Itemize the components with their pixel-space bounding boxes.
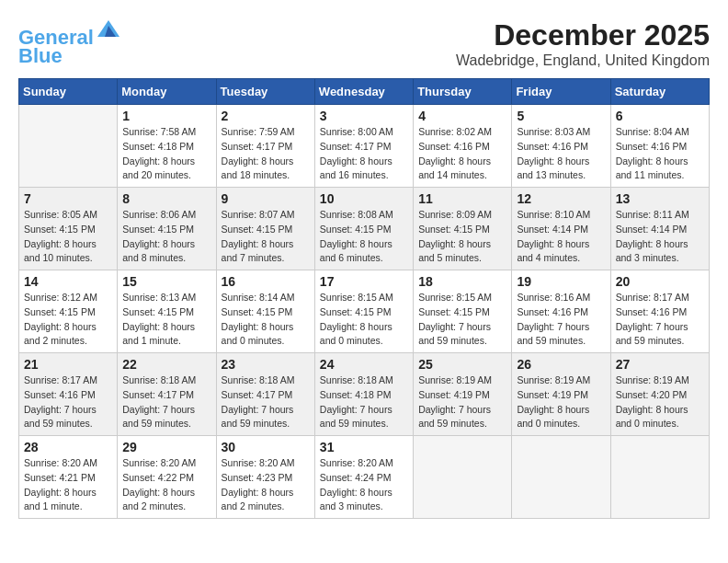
day-info: Sunrise: 8:16 AMSunset: 4:16 PMDaylight:…	[517, 291, 605, 349]
day-number: 28	[24, 440, 112, 454]
day-number: 18	[418, 274, 506, 289]
calendar-cell: 11Sunrise: 8:09 AMSunset: 4:15 PMDayligh…	[414, 188, 512, 270]
logo-icon	[96, 18, 121, 44]
calendar-cell: 21Sunrise: 8:17 AMSunset: 4:16 PMDayligh…	[19, 353, 118, 436]
calendar-cell: 27Sunrise: 8:19 AMSunset: 4:20 PMDayligh…	[610, 353, 709, 436]
calendar-cell: 15Sunrise: 8:13 AMSunset: 4:15 PMDayligh…	[118, 270, 216, 353]
day-number: 19	[517, 274, 605, 289]
day-number: 30	[222, 440, 310, 454]
logo: General Blue	[18, 18, 121, 67]
calendar-cell: 1Sunrise: 7:58 AMSunset: 4:18 PMDaylight…	[118, 105, 216, 188]
day-info: Sunrise: 8:17 AMSunset: 4:16 PMDaylight:…	[616, 291, 704, 349]
day-info: Sunrise: 8:20 AMSunset: 4:21 PMDaylight:…	[24, 456, 112, 514]
week-row-2: 7Sunrise: 8:05 AMSunset: 4:15 PMDaylight…	[19, 188, 710, 270]
day-info: Sunrise: 8:12 AMSunset: 4:15 PMDaylight:…	[24, 291, 112, 349]
day-number: 21	[24, 357, 112, 372]
day-info: Sunrise: 8:18 AMSunset: 4:17 PMDaylight:…	[122, 373, 210, 431]
week-row-4: 21Sunrise: 8:17 AMSunset: 4:16 PMDayligh…	[19, 353, 710, 436]
day-number: 16	[222, 274, 310, 289]
calendar-cell: 12Sunrise: 8:10 AMSunset: 4:14 PMDayligh…	[512, 188, 610, 270]
calendar-cell: 31Sunrise: 8:20 AMSunset: 4:24 PMDayligh…	[314, 436, 413, 519]
weekday-header-thursday: Thursday	[414, 79, 512, 105]
day-number: 27	[616, 357, 704, 372]
day-number: 26	[517, 357, 605, 372]
day-number: 3	[320, 109, 408, 123]
day-number: 29	[122, 440, 210, 454]
day-info: Sunrise: 8:15 AMSunset: 4:15 PMDaylight:…	[418, 291, 506, 349]
day-info: Sunrise: 8:10 AMSunset: 4:14 PMDaylight:…	[517, 208, 605, 266]
calendar-cell	[512, 436, 610, 519]
calendar-cell: 6Sunrise: 8:04 AMSunset: 4:16 PMDaylight…	[610, 105, 709, 188]
day-info: Sunrise: 8:17 AMSunset: 4:16 PMDaylight:…	[24, 373, 112, 431]
calendar-cell: 9Sunrise: 8:07 AMSunset: 4:15 PMDaylight…	[216, 188, 314, 270]
month-title: December 2025	[456, 18, 710, 52]
day-info: Sunrise: 8:20 AMSunset: 4:24 PMDaylight:…	[320, 456, 408, 514]
location-text: Wadebridge, England, United Kingdom	[456, 52, 710, 69]
day-info: Sunrise: 8:03 AMSunset: 4:16 PMDaylight:…	[517, 125, 605, 183]
weekday-header-sunday: Sunday	[19, 79, 118, 105]
day-info: Sunrise: 7:58 AMSunset: 4:18 PMDaylight:…	[122, 125, 210, 183]
day-info: Sunrise: 8:19 AMSunset: 4:20 PMDaylight:…	[616, 373, 704, 431]
day-number: 4	[418, 109, 506, 123]
day-info: Sunrise: 8:04 AMSunset: 4:16 PMDaylight:…	[616, 125, 704, 183]
calendar-cell: 13Sunrise: 8:11 AMSunset: 4:14 PMDayligh…	[610, 188, 709, 270]
calendar-cell: 3Sunrise: 8:00 AMSunset: 4:17 PMDaylight…	[314, 105, 413, 188]
calendar-cell: 14Sunrise: 8:12 AMSunset: 4:15 PMDayligh…	[19, 270, 118, 353]
weekday-header-row: SundayMondayTuesdayWednesdayThursdayFrid…	[19, 79, 710, 105]
calendar-cell: 5Sunrise: 8:03 AMSunset: 4:16 PMDaylight…	[512, 105, 610, 188]
day-number: 25	[418, 357, 506, 372]
weekday-header-tuesday: Tuesday	[216, 79, 314, 105]
day-info: Sunrise: 8:18 AMSunset: 4:17 PMDaylight:…	[222, 373, 310, 431]
day-number: 15	[122, 274, 210, 289]
week-row-5: 28Sunrise: 8:20 AMSunset: 4:21 PMDayligh…	[19, 436, 710, 519]
day-info: Sunrise: 8:09 AMSunset: 4:15 PMDaylight:…	[418, 208, 506, 266]
day-number: 17	[320, 274, 408, 289]
day-number: 24	[320, 357, 408, 372]
day-info: Sunrise: 8:08 AMSunset: 4:15 PMDaylight:…	[320, 208, 408, 266]
day-number: 6	[616, 109, 704, 123]
day-number: 11	[418, 191, 506, 206]
calendar-cell: 16Sunrise: 8:14 AMSunset: 4:15 PMDayligh…	[216, 270, 314, 353]
day-info: Sunrise: 8:15 AMSunset: 4:15 PMDaylight:…	[320, 291, 408, 349]
calendar-cell: 25Sunrise: 8:19 AMSunset: 4:19 PMDayligh…	[414, 353, 512, 436]
weekday-header-monday: Monday	[118, 79, 216, 105]
day-number: 23	[222, 357, 310, 372]
calendar-cell	[19, 105, 118, 188]
calendar-cell: 20Sunrise: 8:17 AMSunset: 4:16 PMDayligh…	[610, 270, 709, 353]
day-info: Sunrise: 8:02 AMSunset: 4:16 PMDaylight:…	[418, 125, 506, 183]
weekday-header-friday: Friday	[512, 79, 610, 105]
calendar-cell: 24Sunrise: 8:18 AMSunset: 4:18 PMDayligh…	[314, 353, 413, 436]
calendar-cell: 10Sunrise: 8:08 AMSunset: 4:15 PMDayligh…	[314, 188, 413, 270]
day-info: Sunrise: 8:20 AMSunset: 4:23 PMDaylight:…	[222, 456, 310, 514]
page-header: General Blue December 2025 Wadebridge, E…	[18, 18, 710, 69]
day-info: Sunrise: 8:06 AMSunset: 4:15 PMDaylight:…	[122, 208, 210, 266]
calendar-cell: 2Sunrise: 7:59 AMSunset: 4:17 PMDaylight…	[216, 105, 314, 188]
day-number: 5	[517, 109, 605, 123]
day-number: 13	[616, 191, 704, 206]
day-number: 2	[222, 109, 310, 123]
title-area: December 2025 Wadebridge, England, Unite…	[456, 18, 710, 69]
day-info: Sunrise: 7:59 AMSunset: 4:17 PMDaylight:…	[222, 125, 310, 183]
day-number: 12	[517, 191, 605, 206]
day-number: 22	[122, 357, 210, 372]
calendar-cell: 28Sunrise: 8:20 AMSunset: 4:21 PMDayligh…	[19, 436, 118, 519]
calendar-cell: 18Sunrise: 8:15 AMSunset: 4:15 PMDayligh…	[414, 270, 512, 353]
day-number: 7	[24, 191, 112, 206]
calendar-cell	[414, 436, 512, 519]
calendar-cell: 30Sunrise: 8:20 AMSunset: 4:23 PMDayligh…	[216, 436, 314, 519]
calendar-cell: 19Sunrise: 8:16 AMSunset: 4:16 PMDayligh…	[512, 270, 610, 353]
calendar-cell: 22Sunrise: 8:18 AMSunset: 4:17 PMDayligh…	[118, 353, 216, 436]
weekday-header-wednesday: Wednesday	[314, 79, 413, 105]
day-number: 9	[222, 191, 310, 206]
day-info: Sunrise: 8:20 AMSunset: 4:22 PMDaylight:…	[122, 456, 210, 514]
day-number: 1	[122, 109, 210, 123]
weekday-header-saturday: Saturday	[610, 79, 709, 105]
calendar-table: SundayMondayTuesdayWednesdayThursdayFrid…	[18, 78, 710, 519]
calendar-cell: 4Sunrise: 8:02 AMSunset: 4:16 PMDaylight…	[414, 105, 512, 188]
calendar-cell: 17Sunrise: 8:15 AMSunset: 4:15 PMDayligh…	[314, 270, 413, 353]
day-number: 20	[616, 274, 704, 289]
calendar-cell: 26Sunrise: 8:19 AMSunset: 4:19 PMDayligh…	[512, 353, 610, 436]
day-info: Sunrise: 8:07 AMSunset: 4:15 PMDaylight:…	[222, 208, 310, 266]
day-info: Sunrise: 8:14 AMSunset: 4:15 PMDaylight:…	[222, 291, 310, 349]
day-info: Sunrise: 8:19 AMSunset: 4:19 PMDaylight:…	[517, 373, 605, 431]
